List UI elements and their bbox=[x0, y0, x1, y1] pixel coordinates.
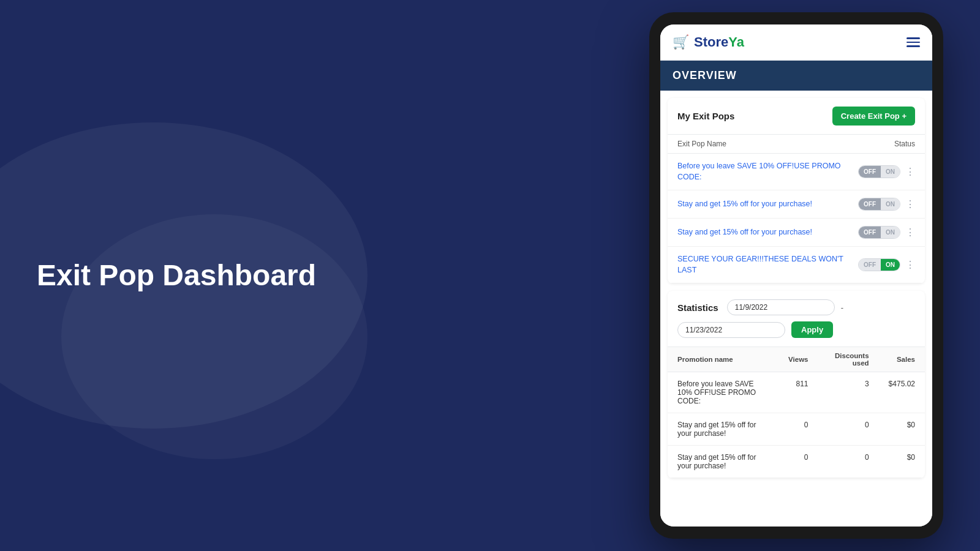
col-views-header: Views bbox=[778, 347, 818, 372]
stats-row-name: Stay and get 15% off for your purchase! bbox=[668, 446, 778, 478]
date-to-input[interactable] bbox=[677, 322, 785, 338]
stats-table-header-row: Promotion name Views Discounts used Sale… bbox=[668, 347, 925, 372]
exit-pop-row: Stay and get 15% off for your purchase! … bbox=[668, 190, 925, 219]
stats-row-views: 811 bbox=[778, 372, 818, 413]
stats-row-discounts: 3 bbox=[818, 372, 879, 413]
logo-ya: Ya bbox=[728, 34, 744, 50]
toggle-on-label: ON bbox=[881, 259, 900, 271]
col-promotion-header: Promotion name bbox=[668, 347, 778, 372]
col-status-header: Status bbox=[894, 140, 915, 148]
hamburger-line-3 bbox=[907, 45, 920, 47]
stats-table-row: Before you leave SAVE 10% OFF!USE PROMO … bbox=[668, 372, 925, 413]
overview-banner: OVERVIEW bbox=[660, 61, 932, 91]
statistics-table: Promotion name Views Discounts used Sale… bbox=[668, 347, 925, 478]
stats-row-views: 0 bbox=[778, 413, 818, 446]
exit-pops-table-header: Exit Pop Name Status bbox=[668, 134, 925, 154]
statistics-header: Statistics - Apply bbox=[668, 291, 925, 347]
toggle-off-label: OFF bbox=[859, 166, 881, 178]
stats-row-discounts: 0 bbox=[818, 446, 879, 478]
exit-pops-header: My Exit Pops Create Exit Pop + bbox=[668, 98, 925, 134]
toggle-off-label: OFF bbox=[859, 259, 881, 271]
exit-pop-controls: OFF ON ⋮ bbox=[858, 165, 915, 178]
date-separator: - bbox=[841, 303, 843, 312]
logo: 🛒 StoreYa bbox=[673, 34, 744, 50]
cart-icon: 🛒 bbox=[673, 34, 689, 50]
exit-pop-name: Before you leave SAVE 10% OFF!USE PROMO … bbox=[677, 161, 858, 182]
device-frame: 🛒 StoreYa OVERVIEW My Exit Pops Create E… bbox=[649, 12, 943, 539]
stats-row-sales: $475.02 bbox=[879, 372, 925, 413]
exit-pop-name: SECURE YOUR GEAR!!!THESE DEALS WON'T LAS… bbox=[677, 254, 858, 276]
apply-button[interactable]: Apply bbox=[791, 321, 833, 338]
page-title: Exit Pop Dashboard bbox=[37, 258, 316, 293]
col-sales-header: Sales bbox=[879, 347, 925, 372]
exit-pop-row: Stay and get 15% off for your purchase! … bbox=[668, 219, 925, 247]
exit-pops-title: My Exit Pops bbox=[677, 111, 734, 121]
hamburger-menu[interactable] bbox=[907, 37, 920, 47]
device-screen: 🛒 StoreYa OVERVIEW My Exit Pops Create E… bbox=[660, 24, 932, 527]
logo-store: Store bbox=[694, 34, 728, 50]
exit-pops-section: My Exit Pops Create Exit Pop + Exit Pop … bbox=[668, 98, 925, 283]
toggle-switch[interactable]: OFF ON bbox=[858, 226, 900, 239]
toggle-on-label: ON bbox=[881, 227, 900, 238]
col-name-header: Exit Pop Name bbox=[677, 140, 726, 148]
stats-table-row: Stay and get 15% off for your purchase! … bbox=[668, 413, 925, 446]
bg-decoration-2 bbox=[61, 214, 368, 459]
exit-pop-name: Stay and get 15% off for your purchase! bbox=[677, 227, 858, 238]
more-options-icon[interactable]: ⋮ bbox=[905, 259, 915, 271]
toggle-switch[interactable]: OFF ON bbox=[858, 165, 900, 178]
stats-row-discounts: 0 bbox=[818, 413, 879, 446]
logo-text: StoreYa bbox=[694, 34, 744, 50]
hamburger-line-2 bbox=[907, 42, 920, 43]
toggle-on-label: ON bbox=[881, 166, 900, 178]
exit-pop-controls: OFF ON ⋮ bbox=[858, 258, 915, 271]
stats-table-row: Stay and get 15% off for your purchase! … bbox=[668, 446, 925, 478]
more-options-icon[interactable]: ⋮ bbox=[905, 198, 915, 210]
toggle-switch[interactable]: OFF ON bbox=[858, 198, 900, 211]
stats-row-name: Stay and get 15% off for your purchase! bbox=[668, 413, 778, 446]
statistics-section: Statistics - Apply Promotion name Views … bbox=[668, 291, 925, 478]
app-header: 🛒 StoreYa bbox=[660, 24, 932, 61]
more-options-icon[interactable]: ⋮ bbox=[905, 166, 915, 178]
create-exit-pop-button[interactable]: Create Exit Pop + bbox=[832, 107, 915, 126]
toggle-off-label: OFF bbox=[859, 198, 881, 210]
statistics-title: Statistics bbox=[677, 302, 718, 313]
col-discounts-header: Discounts used bbox=[818, 347, 879, 372]
stats-row-sales: $0 bbox=[879, 446, 925, 478]
main-content: My Exit Pops Create Exit Pop + Exit Pop … bbox=[660, 91, 932, 527]
hamburger-line-1 bbox=[907, 37, 920, 39]
toggle-off-label: OFF bbox=[859, 227, 881, 238]
stats-row-sales: $0 bbox=[879, 413, 925, 446]
stats-row-name: Before you leave SAVE 10% OFF!USE PROMO … bbox=[668, 372, 778, 413]
date-from-input[interactable] bbox=[727, 299, 835, 315]
toggle-on-label: ON bbox=[881, 198, 900, 210]
exit-pop-controls: OFF ON ⋮ bbox=[858, 198, 915, 211]
left-hero: Exit Pop Dashboard bbox=[37, 258, 316, 293]
exit-pop-name: Stay and get 15% off for your purchase! bbox=[677, 199, 858, 210]
exit-pop-controls: OFF ON ⋮ bbox=[858, 226, 915, 239]
toggle-switch[interactable]: OFF ON bbox=[858, 258, 900, 271]
overview-title: OVERVIEW bbox=[673, 69, 920, 82]
exit-pop-row: Before you leave SAVE 10% OFF!USE PROMO … bbox=[668, 154, 925, 190]
stats-row-views: 0 bbox=[778, 446, 818, 478]
exit-pop-row: SECURE YOUR GEAR!!!THESE DEALS WON'T LAS… bbox=[668, 247, 925, 283]
more-options-icon[interactable]: ⋮ bbox=[905, 227, 915, 238]
